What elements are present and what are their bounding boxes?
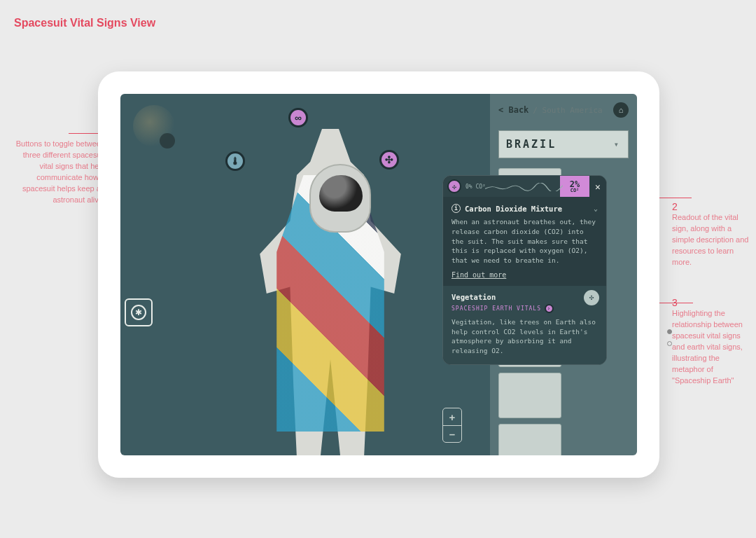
annotation-1-text: Buttons to toggle between three differen… <box>13 139 105 206</box>
vital-readout-panel: ✣ 0% CO² 2% CO² ✕ i Carbon Dioxide Mixtu… <box>442 175 607 365</box>
country-select[interactable]: BRAZIL ▾ <box>498 130 629 158</box>
readout-percent-label: CO² <box>570 188 580 193</box>
page-dots <box>667 329 672 346</box>
zoom-in-button[interactable]: + <box>443 408 461 425</box>
earth-vital-heading: Vegetation <box>451 293 598 301</box>
readout-body: When an astronaut breathes out, they rel… <box>451 217 598 265</box>
thumbnail[interactable] <box>498 373 561 418</box>
country-label: BRAZIL <box>506 138 556 151</box>
globe-sub-icon[interactable] <box>160 133 175 149</box>
readout-sparkline <box>485 183 563 191</box>
accessibility-icon: ✱ <box>131 305 146 320</box>
earth-vital-tag-icon: › <box>545 304 554 313</box>
astronaut-visor <box>319 175 363 212</box>
annotation-3: 3 Highlighting the relationship between … <box>672 297 749 387</box>
accessibility-button[interactable]: ✱ <box>125 298 153 326</box>
annotation-3-text: Highlighting the relationship between sp… <box>672 308 749 387</box>
page-dot[interactable] <box>667 341 672 346</box>
earth-vital-body: Vegitation, like trees on Earth also hel… <box>451 317 598 356</box>
app-screen: ∞ 🌡 ✣ ✱ + – < Back / South America ⌂ <box>120 94 637 455</box>
readout-bar: ✣ 0% CO² 2% CO² ✕ <box>443 176 606 197</box>
astronaut-figure[interactable] <box>246 129 414 455</box>
close-button[interactable]: ✕ <box>589 176 606 197</box>
readout-percent-value: 2% <box>570 180 580 188</box>
collapse-icon[interactable]: ⌄ <box>594 205 598 212</box>
readout-percent: 2% CO² <box>560 176 589 197</box>
page-dot-active[interactable] <box>667 329 672 334</box>
back-button[interactable]: < Back <box>498 105 528 115</box>
annotation-2-text: Readout of the vital sign, along with a … <box>672 212 749 268</box>
zoom-controls: + – <box>442 408 462 443</box>
annotation-2-number: 2 <box>672 201 749 212</box>
zoom-out-button[interactable]: – <box>443 425 461 442</box>
vital-toggle-goggles-icon[interactable]: ∞ <box>288 108 308 127</box>
breadcrumb: / South America <box>533 106 602 115</box>
tablet-frame: ∞ 🌡 ✣ ✱ + – < Back / South America ⌂ <box>98 71 659 478</box>
readout-heading: Carbon Dioxide Mixture <box>465 205 562 213</box>
chevron-down-icon: ▾ <box>614 139 621 149</box>
find-out-more-link[interactable]: Find out more <box>451 271 506 279</box>
readout-vital-icon: ✣ <box>447 179 461 193</box>
info-icon[interactable]: i <box>451 204 461 213</box>
earth-vital-icon[interactable]: ✣ <box>584 290 599 305</box>
vital-toggle-thermometer-icon[interactable]: 🌡 <box>225 151 245 171</box>
astronaut-helmet <box>309 164 371 233</box>
annotation-2: 2 Readout of the vital sign, along with … <box>672 201 749 268</box>
earth-vital-tag: SPACESHIP EARTH VITALS <box>451 305 541 312</box>
page-title: Spacesuit Vital Signs View <box>14 17 155 29</box>
thumbnail[interactable] <box>498 424 561 455</box>
home-icon[interactable]: ⌂ <box>613 102 629 118</box>
annotation-1: 1 Buttons to toggle between three differ… <box>13 127 105 206</box>
